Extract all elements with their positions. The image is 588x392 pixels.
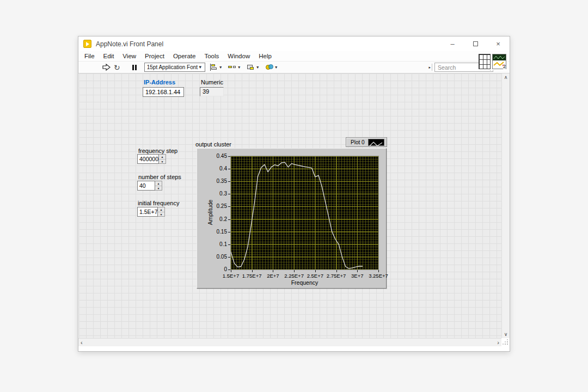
x-tick-mark [378,270,379,272]
y-tick-mark [228,156,230,157]
number-of-steps-spinner[interactable]: ▲ ▼ [155,181,162,191]
number-of-steps-value[interactable]: 40 [137,181,155,191]
frequency-step-control[interactable]: 400000 ▲ ▼ [137,154,166,164]
y-tick-label: 0.35 [197,178,227,184]
menu-help[interactable]: Help [254,51,276,62]
frequency-step-value[interactable]: 400000 [137,154,159,164]
x-tick-mark [357,270,358,272]
initial-frequency-label: initial frequency [138,200,179,206]
x-tick-label: 2.25E+7 [282,273,306,279]
menu-window[interactable]: Window [223,51,254,62]
scroll-down-icon[interactable]: ∨ [502,332,510,337]
align-objects-icon [210,64,218,71]
spin-up-icon[interactable]: ▲ [155,181,162,186]
x-tick-label: 1.5E+7 [219,273,243,279]
scroll-right-icon[interactable]: › [497,339,499,346]
x-tick-mark [252,270,253,272]
close-button[interactable]: × [487,36,510,51]
scroll-left-icon[interactable]: ‹ [81,339,83,346]
x-tick-mark [315,270,316,272]
ip-address-label: IP-Address [144,79,175,85]
front-panel[interactable]: IP-Address 192.168.1.44 Numeric 39 frequ… [79,74,501,338]
menu-bar: File Edit View Project Operate Tools Win… [78,51,510,62]
x-tick-label: 3E+7 [345,273,369,279]
menu-view[interactable]: View [118,51,140,62]
plot-legend[interactable]: Plot 0 [346,137,387,147]
pause-icon [132,65,134,70]
numeric-label: Numeric [201,79,223,85]
frequency-step-spinner[interactable]: ▲ ▼ [159,154,166,164]
y-tick-mark [228,219,230,220]
initial-frequency-control[interactable]: 1.5E+7 ▲ ▼ [137,207,165,217]
menu-operate[interactable]: Operate [169,51,200,62]
run-button[interactable] [102,63,111,72]
y-tick-label: 0.1 [197,241,227,247]
align-objects-button[interactable]: ▼ [210,63,224,72]
spin-down-icon[interactable]: ▼ [155,186,162,191]
numeric-indicator: 39 [200,87,224,96]
distribute-objects-icon [228,64,236,71]
y-tick-mark [228,194,230,194]
title-bar: AppNote.vi Front Panel – × [78,36,510,51]
vertical-scrollbar[interactable]: ∧ ∨ [501,74,510,338]
y-tick-label: 0 [197,266,227,272]
vi-file-icon [83,40,91,48]
initial-frequency-value[interactable]: 1.5E+7 [137,207,158,217]
resize-objects-icon [247,64,255,71]
frequency-step-label: frequency step [138,148,177,154]
font-selector[interactable]: 15pt Application Font ▼ [144,63,205,72]
distribute-objects-button[interactable]: ▼ [228,63,242,72]
maximize-button[interactable] [464,36,487,51]
scroll-up-icon[interactable]: ∧ [502,75,510,80]
y-tick-mark [228,244,230,245]
resize-grip[interactable] [502,339,509,346]
y-tick-label: 0.15 [197,229,227,235]
spin-up-icon[interactable]: ▲ [159,155,166,160]
initial-frequency-spinner[interactable]: ▲ ▼ [158,207,165,217]
x-tick-label: 2.75E+7 [324,273,348,279]
resize-objects-button[interactable]: ▼ [247,63,261,72]
chevron-down-icon: ▼ [237,65,241,69]
ip-address-field[interactable]: 192.168.1.44 [143,87,184,97]
connector-pane-icon[interactable] [479,54,491,69]
pause-button[interactable] [132,63,137,72]
y-tick-mark [228,169,230,169]
number-of-steps-label: number of steps [138,174,181,180]
minimize-button[interactable]: – [441,36,464,51]
y-tick-mark [228,257,230,258]
x-tick-label: 2E+7 [261,273,285,279]
x-tick-mark [336,270,337,272]
plot-line-sample-icon [368,139,384,146]
spin-up-icon[interactable]: ▲ [158,207,164,212]
x-tick-label: 2.5E+7 [303,273,327,279]
run-icon [102,64,111,71]
resize-grip-icon [507,344,508,345]
menu-file[interactable]: File [80,51,99,62]
y-tick-label: 0.2 [197,216,227,222]
chevron-down-icon: ▼ [219,65,223,69]
y-tick-label: 0.05 [197,254,227,260]
reorder-button[interactable]: ▼ [265,63,279,72]
toolbar: ↻ 15pt Application Font ▼ ▼ ▼ ▼ ▼ ▸ [78,62,510,74]
run-continuous-button[interactable]: ↻ [114,63,120,72]
spin-down-icon[interactable]: ▼ [158,212,164,217]
horizontal-scrollbar[interactable]: ‹ › [78,338,501,346]
number-of-steps-control[interactable]: 40 ▲ ▼ [137,181,162,191]
plot-area[interactable] [230,156,379,270]
x-tick-mark [294,270,295,272]
y-tick-label: 0.3 [197,191,227,197]
menu-project[interactable]: Project [140,51,169,62]
y-tick-mark [228,232,230,232]
chevron-down-icon: ▼ [198,65,203,70]
y-tick-label: 0.4 [197,166,227,171]
vi-icon[interactable]: 2 [492,54,506,69]
menu-tools[interactable]: Tools [200,51,223,62]
spin-down-icon[interactable]: ▼ [159,160,166,164]
collapse-icon[interactable]: ▸ [429,65,431,70]
y-tick-mark [228,206,230,207]
y-tick-mark [228,181,230,182]
menu-edit[interactable]: Edit [99,51,119,62]
vi-icon-badge: 2 [503,64,506,69]
font-selector-value: 15pt Application Font [147,64,198,70]
x-tick-label: 1.75E+7 [240,273,264,279]
